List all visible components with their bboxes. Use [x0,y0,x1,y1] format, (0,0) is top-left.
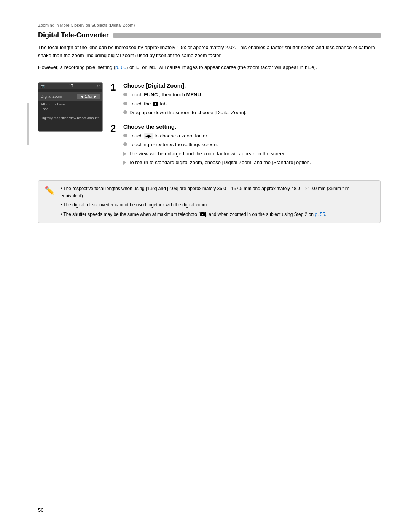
page-container: Zooming in More Closely on Subjects (Dig… [0,0,411,532]
step-1-bullet-1: Touch FUNC., then touch MENU. [123,91,381,99]
note-box: ✏️ • The respective focal lengths when u… [38,180,381,223]
camera-submenu: AF control base Face [38,101,102,113]
step-1-bullet-3-text: Drag up or down the screen to choose [Di… [129,109,247,117]
section-title: Digital Tele-Converter [38,31,109,39]
bullet-dot-4 [123,134,127,137]
camera-sub1: AF control base [41,102,100,106]
camera-sub2: Face [41,107,100,111]
bullet-dot-5 [123,142,127,146]
step-2-bullet-1-text: Touch ◀▶ to choose a zoom factor. [129,132,209,140]
camera-left-arrow: ◀ [80,94,83,99]
step-2-bullet-3: The view will be enlarged and the zoom f… [123,150,381,158]
divider [38,75,381,75]
step-1-bullet-2-text: Touch the tab. [129,100,168,108]
step-1-content: Choose [Digital Zoom]. Touch FUNC., then… [123,82,381,118]
step-2-row: 2 Choose the setting. Touch ◀▶ to choose… [110,123,381,168]
camera-top-bar: 📷 1T ↩ [38,83,102,89]
camera-right-arrow: ▶ [94,94,97,99]
camera-tt-label: 1T [69,84,73,88]
camera-icon: 📷 [41,84,45,88]
step-1-title: Choose [Digital Zoom]. [123,82,381,89]
intro-paragraph-2: However, a recording pixel setting (p. 6… [38,64,381,72]
note-1: • The respective focal lengths when usin… [61,185,374,200]
step-1-bullet-1-text: Touch FUNC., then touch MENU. [129,91,202,99]
camera-menu-row: Digital Zoom ◀ 1.5x ▶ [38,92,102,101]
telephoto-icon [200,212,205,216]
camera-sub3: Digitally magnifies view by set amount [38,115,102,122]
step-2-bullet-1: Touch ◀▶ to choose a zoom factor. [123,132,381,140]
bullet-dot-2 [123,102,127,105]
note-2: • The digital tele-converter cannot be u… [61,201,374,209]
step-2-bullet-4-text: To return to standard digital zoom, choo… [129,159,311,166]
step-2-title: Choose the setting. [123,123,381,130]
note-3: • The shutter speeds may be the same whe… [61,211,374,218]
camera-menu-label: Digital Zoom [41,94,77,99]
intro-paragraph-1: The focal length of the lens can be incr… [38,44,381,60]
step-2-bullet-3-text: The view will be enlarged and the zoom f… [129,150,287,158]
note-2-text: The digital tele-converter cannot be use… [63,202,208,208]
camera-screenshot: 📷 1T ↩ Digital Zoom ◀ 1.5x ▶ AF control … [38,82,103,132]
lr-arrows-icon: ◀▶ [144,133,153,140]
step-2-bullet-2: Touching ↩ restores the settings screen. [123,141,381,149]
camera-back-icon: ↩ [97,84,100,88]
title-bar-decoration [113,33,381,38]
step-1-number: 1 [110,82,121,92]
bullet-dot-3 [123,110,127,114]
page-number: 56 [38,507,43,513]
note-1-text: The respective focal lengths when using … [61,186,349,198]
step-1-row: 1 Choose [Digital Zoom]. Touch FUNC., th… [110,82,381,118]
camera-sub3-text: Digitally magnifies view by set amount [41,116,100,120]
bullet-tri-1 [123,152,126,156]
back-icon: ↩ [151,142,155,149]
step-1-bullet-2: Touch the tab. [123,100,381,108]
link-p55: p. 55 [315,212,325,217]
steps-area: 1 Choose [Digital Zoom]. Touch FUNC., th… [110,82,381,173]
step-2-bullet-4: To return to standard digital zoom, choo… [123,159,381,166]
note-icon: ✏️ [45,185,56,218]
section-label: Zooming in More Closely on Subjects (Dig… [38,23,381,27]
step-2-number: 2 [110,123,121,133]
step-2-content: Choose the setting. Touch ◀▶ to choose a… [123,123,381,168]
bullet-tri-2 [123,161,126,165]
note-content: • The respective focal lengths when usin… [61,185,374,218]
step-1-bullet-3: Drag up or down the screen to choose [Di… [123,109,381,117]
bullet-dot-1 [123,93,127,96]
camera-value-text: 1.5x [85,94,92,99]
content-area: 📷 1T ↩ Digital Zoom ◀ 1.5x ▶ AF control … [38,82,381,173]
step-2-bullet-2-text: Touching ↩ restores the settings screen. [129,141,218,149]
left-bar-decoration [27,103,29,145]
link-p60: p. 60 [115,64,126,70]
section-title-row: Digital Tele-Converter [38,31,381,39]
camera-menu-value: ◀ 1.5x ▶ [77,94,100,99]
